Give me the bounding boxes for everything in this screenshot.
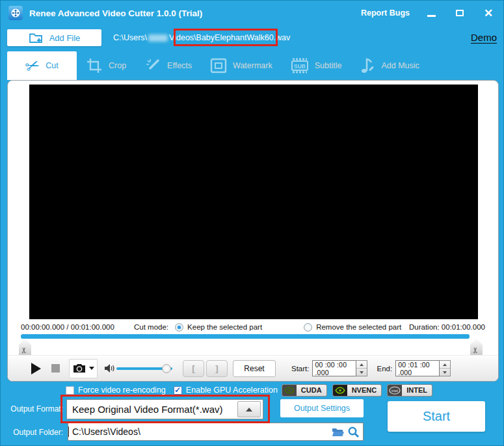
output-settings-button[interactable]: Output Settings [280,399,364,417]
play-button[interactable] [31,363,41,374]
redacted-username [148,34,168,42]
window-title: Renee Advanced Video Cutter 1.0.0 (Trial… [29,8,202,18]
toolbar: Add File C:\Users\Videos\BabyElephantWal… [7,29,497,46]
end-time-input[interactable]: 00 :01 :00 .000 [395,360,440,376]
minimize-icon [427,15,436,17]
start-time-input[interactable]: 00 :00 :00 .000 [312,360,356,376]
spin-down-button[interactable] [440,369,450,376]
cuda-badge[interactable]: CUDA [282,384,327,397]
svg-text:intel: intel [391,389,398,393]
timeline-track[interactable] [21,334,470,339]
tab-effects-label: Effects [167,61,192,70]
spin-up-button[interactable] [356,361,367,369]
volume-slider[interactable] [116,362,172,375]
titlebar: Renee Advanced Video Cutter 1.0.0 (Trial… [1,1,503,25]
app-window: Renee Advanced Video Cutter 1.0.0 (Trial… [0,0,504,446]
snapshot-button[interactable] [69,359,98,378]
force-reencode-label: Force video re-encoding [78,386,166,395]
snapshot-dropdown-icon [89,367,94,370]
keep-part-radio[interactable]: Keep the selected part [175,323,262,332]
watermark-icon [210,58,227,73]
timeline: ✂ ✂ [8,333,498,358]
radio-unselected-icon [304,323,312,332]
encoding-options-row: Force video re-encoding Enable GPU Accel… [1,384,503,397]
playback-controls: [ ] Reset Start: 00 :00 :00 .000 End: 00… [8,355,498,381]
gpu-acceleration-checkbox[interactable] [174,386,182,395]
tab-cut[interactable]: ✂ Cut [7,51,77,80]
volume-handle[interactable] [162,364,171,373]
minimize-button[interactable] [424,7,438,20]
cuda-label: CUDA [297,385,326,396]
browse-folder-icon[interactable] [332,427,345,437]
keep-part-label: Keep the selected part [187,323,262,331]
tab-crop[interactable]: Crop [77,51,135,80]
duration-text: Duration: 00:01:00.000 [409,323,485,331]
output-folder-value: C:\Users\Videos\ [68,426,332,437]
end-time-spinner [440,360,451,376]
mark-in-button[interactable]: [ [183,360,204,377]
nvidia-eye-icon [333,385,347,396]
scissors-icon: ✂ [19,347,31,353]
output-folder-label: Output Folder: [6,428,63,437]
reset-button[interactable]: Reset [233,360,276,377]
start-time-label: Start: [291,365,309,373]
nvenc-label: NVENC [347,385,382,396]
trim-handle-right[interactable]: ✂ [470,339,483,356]
report-bugs-link[interactable]: Report Bugs [361,8,410,18]
output-format-dropdown[interactable]: Keep Original Video Format(*.wav) [66,399,263,419]
spin-up-button[interactable] [440,361,450,369]
tab-effects[interactable]: Effects [135,51,201,80]
tab-add-music[interactable]: Add Music [351,51,428,80]
end-time-label: End: [377,365,392,373]
crop-icon [86,57,103,74]
subtitle-icon: SUB [291,58,309,73]
search-icon[interactable] [347,426,360,438]
close-button[interactable]: ✕ [481,7,496,20]
scissors-icon: ✂ [23,55,42,76]
tab-crop-label: Crop [109,61,126,70]
force-reencode-checkbox[interactable] [66,386,74,395]
radio-selected-icon [175,323,183,332]
add-file-folder-icon [29,32,43,44]
camera-icon [73,363,86,373]
file-path: C:\Users\Videos\BabyElephantWalk60.wav [113,33,290,42]
intel-badge[interactable]: intel INTEL [387,384,432,397]
player-panel: 00:00:00.000 / 00:01:00.000 Cut mode: Ke… [7,80,499,382]
maximize-button[interactable] [453,7,467,20]
cut-mode-label: Cut mode: [134,323,168,331]
add-file-button[interactable]: Add File [7,29,101,46]
add-file-label: Add File [49,33,81,43]
tab-subtitle-label: Subtitle [315,61,342,70]
scissors-icon: ✂ [470,347,483,353]
position-time: 00:00:00.000 / 00:01:00.000 [21,323,117,331]
remove-part-radio[interactable]: Remove the selected part [304,323,401,332]
tab-watermark-label: Watermark [233,61,272,70]
stop-button[interactable] [51,364,60,373]
trim-handle-left[interactable]: ✂ [19,339,31,356]
close-icon: ✕ [484,8,493,19]
nvidia-eye-icon [282,385,297,396]
output-folder-input[interactable]: C:\Users\Videos\ [68,423,364,441]
start-button[interactable]: Start [388,401,485,432]
gpu-acceleration-label: Enable GPU Acceleration [186,386,278,395]
playback-info-row: 00:00:00.000 / 00:01:00.000 Cut mode: Ke… [21,321,485,334]
svg-text:SUB: SUB [294,63,306,70]
tab-add-music-label: Add Music [381,61,419,70]
intel-logo-icon: intel [388,385,402,396]
spin-down-button[interactable] [356,369,367,376]
dropdown-arrow-up-button[interactable] [237,401,261,417]
tab-subtitle[interactable]: SUB Subtitle [282,51,351,80]
film-reel-icon [8,6,23,20]
music-note-icon [360,57,375,74]
nvenc-badge[interactable]: NVENC [332,384,382,397]
mark-out-button[interactable]: ] [206,360,228,377]
remove-part-label: Remove the selected part [316,323,401,331]
tab-bar: ✂ Cut Crop Effects [7,51,503,80]
speaker-icon[interactable] [104,363,115,373]
tab-watermark[interactable]: Watermark [201,51,282,80]
video-preview [29,85,478,319]
output-format-label: Output Format: [6,404,63,413]
file-name: \BabyElephantWalk60.wav [194,33,290,42]
intel-label: INTEL [402,385,432,396]
demo-link[interactable]: Demo [471,32,497,44]
